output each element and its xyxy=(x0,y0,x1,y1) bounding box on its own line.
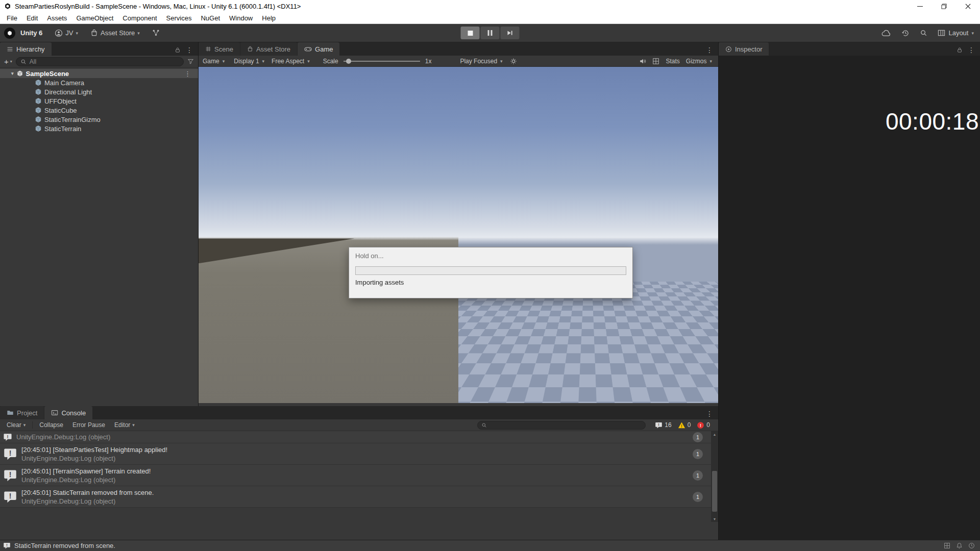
aspect-dropdown[interactable]: Free Aspect ▾ xyxy=(272,58,310,65)
chevron-down-icon: ▾ xyxy=(137,31,140,36)
stats-toggle[interactable]: Stats xyxy=(666,58,679,65)
warning-count-toggle[interactable]: ! 0 xyxy=(678,421,691,429)
tab-inspector[interactable]: Inspector xyxy=(719,42,769,56)
editor-dropdown[interactable]: Editor ▾ xyxy=(111,420,138,430)
item-label: StaticTerrain xyxy=(44,125,81,133)
hierarchy-item-staticterrain[interactable]: StaticTerrain xyxy=(0,124,198,133)
tab-hierarchy-label: Hierarchy xyxy=(16,45,45,53)
layout-dropdown[interactable]: Layout ▾ xyxy=(938,29,974,37)
asset-store-dropdown[interactable]: Asset Store ▾ xyxy=(90,29,140,37)
undo-history-icon[interactable] xyxy=(901,29,910,37)
lock-icon[interactable] xyxy=(175,47,181,53)
hierarchy-search-input[interactable]: All xyxy=(16,57,184,66)
menu-assets[interactable]: Assets xyxy=(42,12,71,24)
panel-menu-icon[interactable]: ⋮ xyxy=(186,46,193,54)
console-log-entry[interactable]: ! [20:45:01] [TerrainSpawner] Terrain cr… xyxy=(0,465,718,486)
hierarchy-item-directional-light[interactable]: Directional Light xyxy=(0,87,198,96)
menu-services[interactable]: Services xyxy=(162,12,197,24)
log-message: [20:45:01] [TerrainSpawner] Terrain crea… xyxy=(21,467,689,475)
tab-scene[interactable]: Scene xyxy=(199,42,240,56)
version-control-button[interactable] xyxy=(152,29,160,37)
svg-text:!: ! xyxy=(9,448,12,457)
hierarchy-tree: ▾ SampleScene ⋮ Main Camera Directional … xyxy=(0,68,198,133)
scale-slider-track[interactable] xyxy=(344,61,420,62)
close-button[interactable] xyxy=(956,0,980,12)
create-object-button[interactable]: + ▾ xyxy=(4,57,12,66)
panel-menu-icon[interactable]: ⋮ xyxy=(706,46,713,54)
status-bar[interactable]: ! StaticTerrain removed from scene. xyxy=(0,540,980,551)
log-count: 16 xyxy=(665,421,671,429)
gizmos-dropdown[interactable]: Gizmos ▾ xyxy=(686,58,712,65)
scroll-up-icon[interactable]: ▲ xyxy=(711,431,718,437)
account-dropdown[interactable]: JV ▾ xyxy=(55,29,78,37)
menu-edit[interactable]: Edit xyxy=(22,12,42,24)
hierarchy-item-samplescene[interactable]: ▾ SampleScene ⋮ xyxy=(0,69,198,78)
scroll-down-icon[interactable]: ▼ xyxy=(711,516,718,522)
vsync-grid-icon[interactable] xyxy=(652,58,659,65)
search-filter-icon[interactable] xyxy=(187,58,194,65)
hierarchy-item-uffobject[interactable]: UFFObject xyxy=(0,96,198,106)
foldout-arrow-icon[interactable]: ▾ xyxy=(11,71,14,76)
console-scrollbar[interactable]: ▲ ▼ xyxy=(711,431,718,522)
console-log-entry[interactable]: ! [20:45:01] [SteamPartiesTest] Heightma… xyxy=(0,443,718,465)
step-icon xyxy=(507,30,513,36)
activity-grid-icon[interactable] xyxy=(944,542,950,549)
account-icon xyxy=(55,29,63,37)
scrollbar-thumb[interactable] xyxy=(712,471,717,512)
progress-dialog: Hold on... Importing assets xyxy=(349,247,633,298)
console-log-entry[interactable]: ! [20:45:01] StaticTerrain removed from … xyxy=(0,486,718,508)
game-target-dropdown[interactable]: Game ▾ xyxy=(203,58,225,65)
tab-asset-store[interactable]: Asset Store xyxy=(240,42,297,56)
menu-gameobject[interactable]: GameObject xyxy=(71,12,118,24)
clear-button[interactable]: Clear ▾ xyxy=(3,420,29,430)
game-viewport[interactable] xyxy=(199,67,718,403)
cloud-icon[interactable] xyxy=(881,30,891,37)
gameobject-icon xyxy=(35,88,42,95)
console-log-entry[interactable]: ! UnityEngine.Debug:Log (object) 1 xyxy=(0,431,718,443)
menu-help[interactable]: Help xyxy=(257,12,280,24)
panel-menu-icon[interactable]: ⋮ xyxy=(968,46,975,54)
collapse-toggle[interactable]: Collapse xyxy=(36,420,67,430)
console-search-input[interactable] xyxy=(477,421,646,430)
search-icon[interactable] xyxy=(920,29,927,37)
lock-icon[interactable] xyxy=(957,47,963,53)
error-count: 0 xyxy=(706,421,710,429)
hierarchy-item-main-camera[interactable]: Main Camera xyxy=(0,78,198,87)
sun-icon[interactable] xyxy=(510,58,517,65)
svg-text:!: ! xyxy=(658,422,660,427)
hierarchy-item-staticcube[interactable]: StaticCube xyxy=(0,106,198,115)
menu-nuget[interactable]: NuGet xyxy=(196,12,225,24)
tab-game[interactable]: Game xyxy=(298,42,339,56)
pause-button[interactable] xyxy=(481,27,500,39)
aspect-label: Free Aspect xyxy=(272,58,304,65)
restore-button[interactable] xyxy=(932,0,956,12)
menu-component[interactable]: Component xyxy=(118,12,161,24)
progress-clock-icon[interactable] xyxy=(968,542,975,549)
hierarchy-item-staticterraingizmo[interactable]: StaticTerrainGizmo xyxy=(0,115,198,124)
scale-slider-handle[interactable] xyxy=(346,59,351,64)
play-button[interactable] xyxy=(461,27,480,39)
display-dropdown[interactable]: Display 1 ▾ xyxy=(234,58,264,65)
scale-slider[interactable]: Scale 1x xyxy=(323,58,432,65)
menu-window[interactable]: Window xyxy=(225,12,257,24)
tab-hierarchy[interactable]: Hierarchy xyxy=(0,42,52,56)
log-count-toggle[interactable]: ! 16 xyxy=(655,421,671,429)
tab-project[interactable]: Project xyxy=(0,406,44,419)
panel-menu-icon[interactable]: ⋮ xyxy=(706,410,713,417)
error-count-toggle[interactable]: ! 0 xyxy=(697,421,710,429)
error-pause-toggle[interactable]: Error Pause xyxy=(69,420,109,430)
svg-text:!: ! xyxy=(681,423,682,429)
scene-name: SampleScene xyxy=(26,70,69,78)
menu-file[interactable]: File xyxy=(2,12,22,24)
step-button[interactable] xyxy=(501,27,520,39)
tab-console[interactable]: Console xyxy=(44,406,92,419)
mute-audio-icon[interactable] xyxy=(639,58,646,65)
tab-scene-label: Scene xyxy=(214,45,233,53)
chevron-down-icon: ▾ xyxy=(223,59,225,64)
scene-options-icon[interactable]: ⋮ xyxy=(184,70,191,78)
log-bubble-icon: ! xyxy=(3,542,11,549)
focus-mode-dropdown[interactable]: Play Focused ▾ xyxy=(460,58,502,65)
game-target-label: Game xyxy=(203,58,219,65)
notifications-bell-icon[interactable] xyxy=(956,542,963,549)
minimize-button[interactable] xyxy=(908,0,932,12)
